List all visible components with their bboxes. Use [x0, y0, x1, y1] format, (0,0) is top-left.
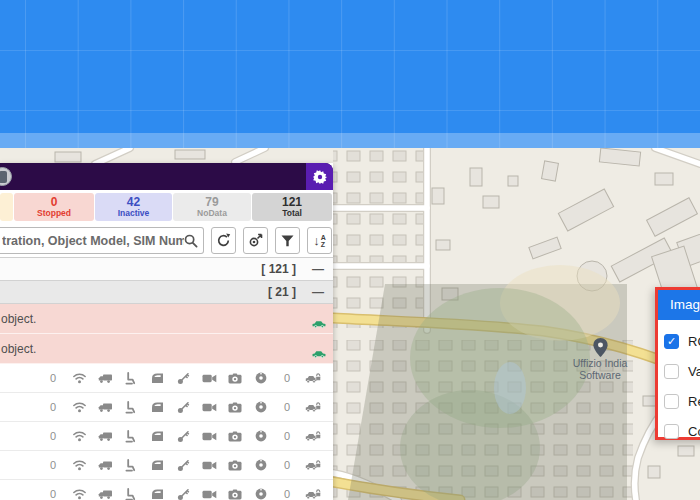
top-blue-tile-band	[0, 0, 700, 148]
key-icon	[170, 372, 196, 385]
object-list: 0	[0, 364, 333, 500]
seat-icon	[118, 488, 144, 500]
key-icon	[170, 401, 196, 414]
object-row[interactable]: 0	[0, 364, 333, 393]
object-row[interactable]: 0	[0, 393, 333, 422]
wifi-icon	[66, 372, 92, 384]
gear-icon	[313, 170, 327, 184]
key-icon	[170, 430, 196, 443]
truck-icon	[92, 489, 118, 500]
status-chip-total[interactable]: 121 Total	[252, 193, 332, 221]
object-row[interactable]: 0	[0, 480, 333, 500]
sort-az-icon: ↓ AZ	[313, 233, 326, 248]
green-car-icon[interactable]	[312, 314, 326, 332]
collapse-icon[interactable]: —	[312, 262, 324, 276]
object-row[interactable]: 0	[0, 451, 333, 480]
group-count: [ 21 ]	[268, 285, 296, 299]
row-count-a: 0	[40, 459, 66, 471]
video-camera-icon	[196, 373, 222, 384]
object-row[interactable]: 0	[0, 422, 333, 451]
video-camera-icon	[196, 489, 222, 500]
photo-camera-icon	[222, 402, 248, 413]
dialog-option-row[interactable]: Res	[658, 393, 700, 410]
alert-text: object.	[0, 342, 36, 356]
truck-icon	[92, 373, 118, 384]
car-door-icon	[144, 372, 170, 384]
wifi-icon	[66, 401, 92, 413]
settings-button[interactable]	[306, 163, 333, 190]
status-chip-nodata[interactable]: 79 NoData	[173, 193, 251, 221]
group-header-all[interactable]: [ 121 ] —	[0, 258, 333, 281]
group-header-sub[interactable]: [ 21 ] —	[0, 281, 333, 304]
car-lock-icon	[300, 459, 326, 471]
dialog-option-label: Res	[688, 394, 700, 409]
dialog-title: Image	[658, 290, 700, 320]
car-lock-icon	[300, 372, 326, 384]
dialog-checkbox[interactable]	[664, 394, 679, 409]
green-car-icon[interactable]	[312, 344, 326, 362]
photo-camera-icon	[222, 373, 248, 384]
search-toolbar: ↓ AZ	[0, 224, 333, 258]
video-camera-icon	[196, 460, 222, 471]
filter-button[interactable]	[275, 227, 300, 254]
car-door-icon	[144, 401, 170, 413]
row-count-b: 0	[274, 401, 300, 413]
alert-text: object.	[0, 312, 36, 326]
video-camera-icon	[196, 402, 222, 413]
dialog-option-label: ROP	[688, 334, 700, 349]
blue-band-highlight-strip	[0, 133, 700, 148]
dialog-checkbox[interactable]	[664, 424, 679, 439]
filter-funnel-icon	[281, 235, 294, 247]
dialog-checkbox[interactable]	[664, 364, 679, 379]
row-count-a: 0	[40, 430, 66, 442]
group-count: [ 121 ]	[261, 262, 296, 276]
dialog-option-row[interactable]: Con	[658, 423, 700, 440]
truck-icon	[92, 431, 118, 442]
photo-camera-icon	[222, 489, 248, 500]
row-count-b: 0	[274, 459, 300, 471]
seat-icon	[118, 372, 144, 385]
record-icon	[248, 372, 274, 384]
car-door-icon	[144, 459, 170, 471]
row-count-a: 0	[40, 372, 66, 384]
search-input[interactable]	[0, 228, 184, 253]
app-logo-icon	[0, 167, 12, 186]
sort-button[interactable]: ↓ AZ	[307, 227, 332, 254]
screen: Uffizio India Software 0 Stopped 42 I	[0, 0, 700, 500]
status-chip-inactive[interactable]: 42 Inactive	[95, 193, 172, 221]
row-count-a: 0	[40, 488, 66, 500]
car-lock-icon	[300, 488, 326, 500]
dialog-option-row[interactable]: Vals	[658, 363, 700, 380]
row-count-b: 0	[274, 372, 300, 384]
status-chip-stopped[interactable]: 0 Stopped	[14, 193, 94, 221]
photo-camera-icon	[222, 431, 248, 442]
seat-icon	[118, 401, 144, 414]
record-icon	[248, 488, 274, 500]
search-field	[0, 227, 204, 254]
alert-row[interactable]: object.	[0, 334, 333, 364]
alert-row[interactable]: object.	[0, 304, 333, 334]
video-camera-icon	[196, 431, 222, 442]
dialog-option-label: Con	[688, 424, 700, 439]
row-count-b: 0	[274, 430, 300, 442]
refresh-button[interactable]	[211, 227, 236, 254]
car-lock-icon	[300, 401, 326, 413]
record-icon	[248, 459, 274, 471]
search-icon[interactable]	[184, 234, 198, 248]
dialog-option-row[interactable]: ✓ ROP	[658, 333, 700, 350]
status-chip-clipped[interactable]	[0, 193, 13, 221]
locate-button[interactable]	[243, 227, 268, 254]
map-image-overlay	[348, 265, 627, 500]
image-dialog: Image ✓ ROP Vals Res Con	[655, 287, 700, 440]
dialog-checkbox[interactable]: ✓	[664, 334, 679, 349]
car-lock-icon	[300, 430, 326, 442]
car-door-icon	[144, 430, 170, 442]
collapse-icon[interactable]: —	[312, 285, 324, 299]
key-icon	[170, 488, 196, 500]
row-count-b: 0	[274, 488, 300, 500]
wifi-icon	[66, 488, 92, 500]
map-pin-icon[interactable]	[593, 338, 608, 357]
map-poi: Uffizio India Software	[568, 338, 632, 382]
truck-icon	[92, 402, 118, 413]
seat-icon	[118, 430, 144, 443]
